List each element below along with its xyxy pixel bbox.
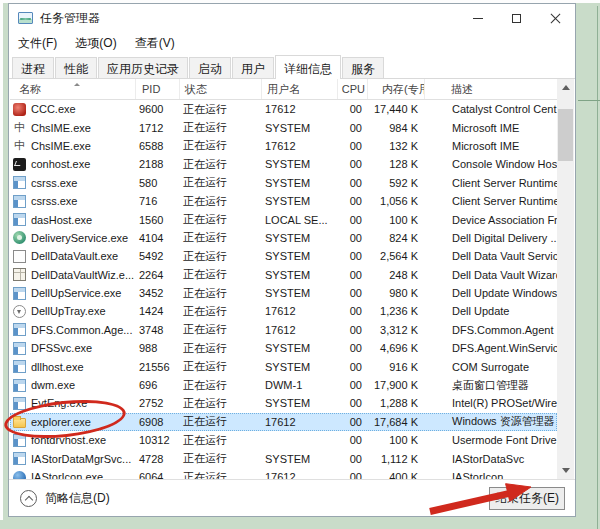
table-row[interactable]: DellDataVault.exe 5492 正在运行 SYSTEM 00 2,… <box>10 247 557 265</box>
process-memory: 128 K <box>369 158 426 170</box>
process-description: Client Server Runtime ... <box>426 195 557 207</box>
table-row[interactable]: DellDataVaultWiz.e... 2264 正在运行 SYSTEM 0… <box>10 266 557 284</box>
process-name-cell: DFSSvc.exe <box>11 342 137 355</box>
process-cpu: 00 <box>339 214 369 226</box>
menu-item-1[interactable]: 选项(O) <box>75 35 116 52</box>
process-name: IAStorIcon.exe <box>31 471 103 479</box>
table-row[interactable]: ChsIME.exe 1712 正在运行 SYSTEM 00 984 K Mic… <box>10 118 557 136</box>
process-memory: 1,112 K <box>369 453 426 465</box>
process-memory: 916 K <box>369 361 426 373</box>
menu-item-0[interactable]: 文件(F) <box>18 35 57 52</box>
process-pid: 1712 <box>137 122 181 134</box>
process-name-cell: DeliveryService.exe <box>11 231 137 244</box>
fewer-details-toggle[interactable]: 简略信息(D) <box>20 490 110 507</box>
table-row[interactable]: dllhost.exe 21556 正在运行 SYSTEM 00 916 K C… <box>10 357 557 375</box>
process-icon <box>13 360 26 373</box>
process-memory: 100 K <box>369 434 426 446</box>
tab-5[interactable]: 详细信息 <box>275 55 341 79</box>
process-memory: 1,288 K <box>369 397 426 409</box>
table-row[interactable]: DFSSvc.exe 988 正在运行 SYSTEM 00 4,696 K DF… <box>10 339 557 357</box>
title-bar: 任务管理器 <box>9 4 575 32</box>
scrollbar-track[interactable] <box>557 96 574 462</box>
process-cpu: 00 <box>339 471 369 479</box>
process-user: SYSTEM <box>263 232 339 244</box>
process-memory: 17,684 K <box>369 416 426 428</box>
sort-ascending-icon <box>74 80 80 84</box>
process-status: 正在运行 <box>181 378 263 393</box>
table-row[interactable]: fontdrvhost.exe 10312 正在运行 00 100 K User… <box>10 431 557 449</box>
process-name-cell: dasHost.exe <box>11 213 137 226</box>
process-icon <box>13 158 26 171</box>
process-description: Dell Data Vault Service <box>426 250 557 262</box>
process-pid: 4104 <box>137 232 181 244</box>
menu-item-2[interactable]: 查看(V) <box>135 35 175 52</box>
maximize-button[interactable] <box>497 4 536 32</box>
table-row[interactable]: csrss.exe 580 正在运行 SYSTEM 00 592 K Clien… <box>10 174 557 192</box>
process-status: 正在运行 <box>181 194 263 209</box>
table-row[interactable]: DFS.Common.Age... 3748 正在运行 17612 00 3,3… <box>10 321 557 339</box>
process-pid: 2188 <box>137 158 181 170</box>
minimize-button[interactable] <box>458 4 497 32</box>
process-description: Dell Update Windows... <box>426 287 557 299</box>
table-row[interactable]: DeliveryService.exe 4104 正在运行 SYSTEM 00 … <box>10 229 557 247</box>
process-cpu: 00 <box>339 434 369 446</box>
process-name: DFSSvc.exe <box>31 342 92 354</box>
menu-bar: 文件(F)选项(O)查看(V) <box>9 32 575 54</box>
process-status: 正在运行 <box>181 414 263 429</box>
process-cpu: 00 <box>339 361 369 373</box>
column-header-cpu[interactable]: CPU <box>338 79 368 99</box>
backdrop-left-strip <box>0 0 3 520</box>
process-user: 17612 <box>263 471 339 479</box>
tab-6[interactable]: 服务 <box>342 57 384 78</box>
backdrop-window-edge <box>578 100 600 101</box>
scroll-down-icon <box>562 468 570 473</box>
column-header-user[interactable]: 用户名 <box>262 79 338 99</box>
vertical-scrollbar[interactable] <box>557 79 574 479</box>
process-name-cell: CCC.exe <box>11 103 137 116</box>
tab-1[interactable]: 性能 <box>55 57 97 78</box>
scroll-up-icon <box>562 85 570 90</box>
tab-3[interactable]: 启动 <box>189 57 231 78</box>
process-user: 17612 <box>263 416 339 428</box>
process-status: 正在运行 <box>181 451 263 466</box>
process-name-cell: DellDataVault.exe <box>11 250 137 263</box>
column-header-pid[interactable]: PID <box>136 79 180 99</box>
scroll-down-button[interactable] <box>557 462 574 479</box>
process-name-cell: IAStorIcon.exe <box>11 471 137 480</box>
task-manager-app-icon <box>18 12 33 24</box>
process-cpu: 00 <box>339 453 369 465</box>
table-row[interactable]: ChsIME.exe 6588 正在运行 17612 00 132 K Micr… <box>10 137 557 155</box>
process-memory: 17,440 K <box>369 103 426 115</box>
process-user: 17612 <box>263 140 339 152</box>
table-row[interactable]: csrss.exe 716 正在运行 SYSTEM 00 1,056 K Cli… <box>10 192 557 210</box>
close-button[interactable] <box>536 4 575 32</box>
scrollbar-thumb[interactable] <box>558 109 573 161</box>
process-user: SYSTEM <box>263 397 339 409</box>
process-status: 正在运行 <box>181 230 263 245</box>
table-row[interactable]: dwm.exe 696 正在运行 DWM-1 00 17,900 K 桌面窗口管… <box>10 376 557 394</box>
column-header-name[interactable]: 名称 <box>10 79 136 99</box>
process-icon <box>13 305 26 318</box>
process-icon <box>13 231 26 244</box>
process-memory: 1,236 K <box>369 305 426 317</box>
table-row[interactable]: IAStorDataMgrSvc... 4728 正在运行 SYSTEM 00 … <box>10 449 557 467</box>
process-user: SYSTEM <box>263 250 339 262</box>
process-icon <box>13 195 26 208</box>
column-header-desc[interactable]: 描述 <box>425 79 557 99</box>
table-row[interactable]: conhost.exe 2188 正在运行 SYSTEM 00 128 K Co… <box>10 155 557 173</box>
table-row[interactable]: dasHost.exe 1560 正在运行 LOCAL SE... 00 100… <box>10 210 557 228</box>
process-pid: 6064 <box>137 471 181 479</box>
tab-2[interactable]: 应用历史记录 <box>98 57 188 78</box>
table-row[interactable]: DellUpTray.exe 1424 正在运行 17612 00 1,236 … <box>10 302 557 320</box>
process-pid: 6588 <box>137 140 181 152</box>
table-row[interactable]: DellUpService.exe 3452 正在运行 SYSTEM 00 98… <box>10 284 557 302</box>
table-row[interactable]: CCC.exe 9600 正在运行 17612 00 17,440 K Cata… <box>10 100 557 118</box>
process-icon <box>13 471 26 480</box>
column-header-status[interactable]: 状态 <box>180 79 262 99</box>
tab-4[interactable]: 用户 <box>232 57 274 78</box>
tab-0[interactable]: 进程 <box>12 57 54 78</box>
column-header-mem[interactable]: 内存(专用... <box>368 79 425 99</box>
process-name-cell: IAStorDataMgrSvc... <box>11 452 137 465</box>
process-status: 正在运行 <box>181 138 263 153</box>
scroll-up-button[interactable] <box>557 79 574 96</box>
